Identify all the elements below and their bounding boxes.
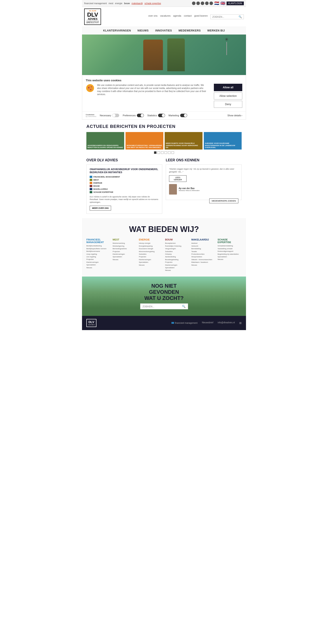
col-item-fin-8[interactable]: Specialisten: [86, 264, 110, 266]
col-item-fin-5[interactable]: Lbv-regeling: [86, 256, 110, 258]
statistics-toggle[interactable]: [158, 114, 165, 117]
news-card-3[interactable]: MEER RUIMTE VOOR FINANCIËLE ONDERSTEUNIN…: [165, 132, 202, 150]
col-item-fin-9[interactable]: Nieuws: [86, 267, 110, 269]
news-card-1[interactable]: AKKERBOUWERS EN VEEHOUDERS BENUTTEN ELKA…: [86, 132, 124, 150]
deny-button[interactable]: Deny: [214, 101, 242, 108]
col-item-bw-4[interactable]: Subsidies: [165, 250, 189, 253]
flag-nl-icon[interactable]: 🇳🇱: [214, 1, 219, 6]
col-item-mest-7[interactable]: Nieuws: [112, 258, 137, 261]
nav-klantervaringen[interactable]: KLANTERVARINGEN: [103, 29, 131, 32]
col-item-mk-7[interactable]: Stikstof- / Ammoniarechten: [191, 258, 216, 261]
col-item-mk-6[interactable]: Sloopmeeters: [191, 256, 216, 258]
preferences-toggle[interactable]: [137, 114, 144, 117]
col-item-en-9[interactable]: Nieuws: [139, 264, 163, 266]
allow-selection-button[interactable]: Allow selection: [214, 92, 242, 100]
col-item-sc-5[interactable]: Specialisten: [218, 256, 242, 258]
col-item-mk-8[interactable]: Makelaars / taxateurs: [191, 261, 216, 264]
footer-search-button[interactable]: 🔍: [182, 305, 186, 308]
col-item-fin-1[interactable]: Bedrijfsontwikkeling: [86, 245, 110, 247]
col-item-mk-4[interactable]: Taxatie: [191, 250, 216, 253]
col-item-mest-2[interactable]: Mestwetgeving: [112, 245, 137, 247]
toggle-preferences[interactable]: Preferences: [123, 114, 144, 117]
col-item-mest-5[interactable]: Klantervaringen: [112, 253, 137, 255]
social-icon-5[interactable]: [210, 2, 213, 5]
topbar-link-makelaardij[interactable]: makelaardij: [132, 2, 143, 4]
logo-area[interactable]: 40 JAAR DLV ADVIES &RESULTAAT: [84, 8, 101, 25]
nav-link-agenda[interactable]: agenda: [173, 14, 181, 19]
col-item-fin-3[interactable]: Bedrijfsovername: [86, 250, 110, 252]
col-item-mest-3[interactable]: Bemestingsadvies: [112, 248, 137, 250]
col-item-en-6[interactable]: Projecten: [139, 256, 163, 258]
dot-5[interactable]: [168, 151, 170, 154]
col-item-fin-7[interactable]: Klantervaringen: [86, 261, 110, 264]
show-details-button[interactable]: Show details ›: [228, 114, 242, 117]
col-item-bw-7[interactable]: Bouwbegeleiding: [165, 258, 189, 261]
dot-2[interactable]: [158, 151, 160, 154]
col-item-fin-6[interactable]: Projecten: [86, 258, 110, 260]
nav-werken[interactable]: WERKEN BIJ: [207, 29, 225, 32]
nav-nieuws[interactable]: NIEUWS: [138, 29, 149, 32]
col-item-bw-10[interactable]: Specialisten: [165, 267, 189, 269]
nav-link-over[interactable]: over ons: [148, 14, 158, 19]
marketing-toggle[interactable]: [180, 114, 187, 117]
topbar-link-schade[interactable]: schade expertise: [144, 2, 161, 4]
col-item-fin-2[interactable]: Bedrijfsspecifieke normen: [86, 248, 110, 250]
footer-social-icon[interactable]: ⊞: [239, 321, 242, 324]
col-item-mest-6[interactable]: Specialisten: [112, 256, 137, 258]
col-item-mk-3[interactable]: Bemiddeling: [191, 248, 216, 250]
col-item-en-3[interactable]: Duurzame energie: [139, 248, 163, 250]
col-item-mest-1[interactable]: Mestverwerking: [112, 242, 137, 244]
dot-4[interactable]: [164, 151, 167, 154]
footer-search[interactable]: 🔍: [140, 304, 188, 309]
col-item-sc-4[interactable]: Begeleiding bij calamiteiten: [218, 253, 242, 255]
toggle-marketing[interactable]: Marketing: [168, 114, 187, 117]
news-card-4[interactable]: SUBSIDIE VOOR DUURZAME INVESTERINGEN IN …: [204, 132, 242, 150]
social-icon-4[interactable]: [205, 2, 208, 5]
toggle-necessary[interactable]: Necessary: [100, 114, 119, 117]
col-item-sc-2[interactable]: Vaststelling schade: [218, 248, 242, 250]
nav-link-vacatures[interactable]: vacatures: [160, 14, 170, 19]
col-item-mk-2[interactable]: Verkocht: [191, 245, 216, 247]
search-bar[interactable]: 🔍: [210, 14, 244, 19]
meer-over-ons-button[interactable]: MEER OVER ONS: [90, 206, 111, 210]
topbar-link-fin[interactable]: financieel management: [84, 2, 107, 4]
allow-all-button[interactable]: Allow all: [214, 84, 242, 91]
medewerkers-zoeken-button[interactable]: MEDEWERKERS ZOEKEN: [209, 198, 238, 203]
search-icon[interactable]: 🔍: [238, 15, 242, 18]
col-item-en-7[interactable]: Klantervaringen: [139, 258, 163, 261]
col-item-en-8[interactable]: Specialisten: [139, 261, 163, 264]
lees-verder-button[interactable]: LEES VERDER: [169, 175, 186, 182]
dot-1[interactable]: [154, 151, 156, 154]
col-item-en-4[interactable]: Monomestvergisting: [139, 250, 163, 253]
dot-3[interactable]: [161, 151, 164, 154]
footer-nieuwsbrief-link[interactable]: Nieuwsbrief: [202, 321, 213, 324]
col-item-en-1[interactable]: Inkoop energie: [139, 242, 163, 244]
col-item-bw-9[interactable]: Klantervaringen: [165, 264, 189, 266]
search-input[interactable]: [212, 16, 238, 18]
col-item-bw-1[interactable]: Bouwplannen: [165, 242, 189, 244]
col-item-mk-1[interactable]: Aanbod: [191, 242, 216, 244]
col-item-en-5[interactable]: Subsidies: [139, 253, 163, 255]
col-item-bw-6[interactable]: Aanbesteding: [165, 256, 189, 258]
col-item-sc-6[interactable]: Nieuws: [218, 258, 242, 260]
col-item-mest-4[interactable]: Projecten: [112, 250, 137, 253]
nav-innovaties[interactable]: INNOVATIES: [155, 29, 172, 32]
col-item-bw-3[interactable]: Vergunningen: [165, 248, 189, 250]
footer-search-input[interactable]: [142, 305, 182, 308]
news-card-2[interactable]: MONOMESTVERGISTING: VERWAARDING VAN MEST…: [126, 132, 163, 150]
toggle-statistics[interactable]: Statistics: [148, 114, 165, 117]
topbar-link-bouw[interactable]: bouw: [124, 2, 130, 4]
col-item-mk-5[interactable]: Productierechten: [191, 253, 216, 255]
nav-link-goed[interactable]: goed boeren: [194, 14, 208, 19]
col-item-bw-2[interactable]: Ruimtelijke Ordening: [165, 245, 189, 247]
footer-fin-link[interactable]: financieel management: [175, 322, 198, 324]
col-item-bw-8[interactable]: Projecten: [165, 261, 189, 264]
nav-medewerkers[interactable]: MEDEWERKERS: [178, 29, 201, 32]
col-item-bw-11[interactable]: Nieuws: [165, 269, 189, 272]
necessary-toggle[interactable]: [112, 114, 119, 117]
topbar-link-energie[interactable]: energie: [115, 2, 122, 4]
col-item-sc-3[interactable]: Deskundigenrapport: [218, 250, 242, 252]
topbar-link-mest[interactable]: mest: [108, 2, 113, 4]
col-item-fin-4[interactable]: Lbvp-regeling: [86, 253, 110, 255]
klantlogin-button[interactable]: KLANTLOGIN: [226, 2, 244, 5]
